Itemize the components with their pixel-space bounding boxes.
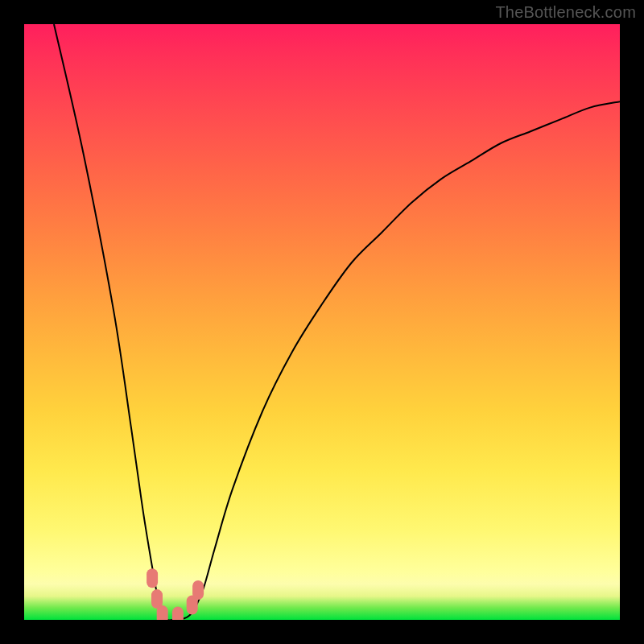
- curve-line: [54, 24, 620, 620]
- curve-marker: [157, 605, 168, 620]
- attribution-label: TheBottleneck.com: [495, 3, 636, 22]
- plot-area: [24, 24, 620, 620]
- curve-marker: [147, 568, 158, 588]
- curve-marker: [192, 580, 204, 600]
- bottleneck-curve: [24, 24, 620, 620]
- curve-marker: [172, 607, 184, 620]
- chart-frame: TheBottleneck.com: [0, 0, 644, 644]
- curve-markers: [147, 568, 204, 620]
